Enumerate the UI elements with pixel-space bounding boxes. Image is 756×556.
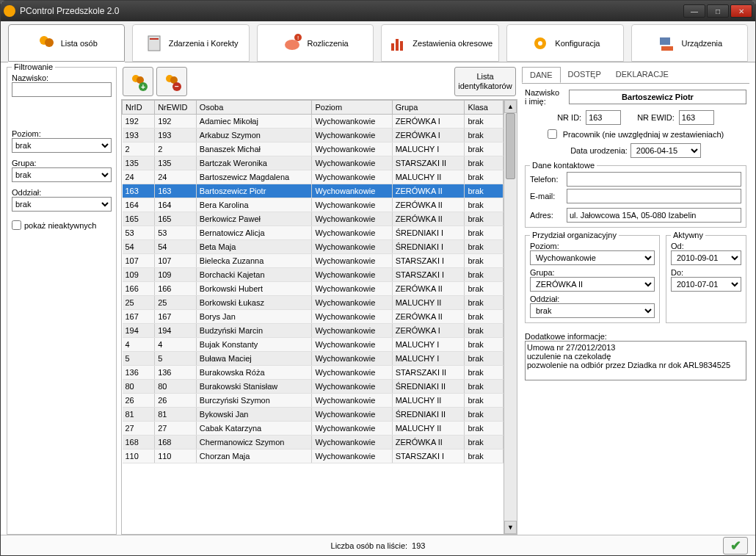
toolbar-piggy[interactable]: !Rozliczenia xyxy=(257,24,374,62)
active-to-select[interactable]: 2010-07-01 xyxy=(671,277,741,292)
toolbar-people[interactable]: Lista osób xyxy=(8,24,125,62)
col-grupa[interactable]: Grupa xyxy=(392,101,465,115)
table-row[interactable]: 2626Burczyński SzymonWychowankowieMALUCH… xyxy=(123,394,504,408)
active-legend: Aktywny xyxy=(671,231,705,239)
table-row[interactable]: 163163Bartoszewicz PiotrWychowankowieZER… xyxy=(123,184,504,198)
table-row[interactable]: 135135Bartczak WeronikaWychowankowieSTAR… xyxy=(123,156,504,170)
lastname-input[interactable] xyxy=(12,82,112,97)
cell-osoba: Bartczak Weronika xyxy=(196,156,312,170)
email-label: E-mail: xyxy=(530,192,564,201)
nrewid-input[interactable] xyxy=(679,110,714,125)
col-osoba[interactable]: Osoba xyxy=(196,101,312,115)
table-row[interactable]: 194194Budzyński MarcinWychowankowieZERÓW… xyxy=(123,324,504,338)
birth-select[interactable]: 2006-04-15 xyxy=(630,143,701,158)
cell-grupa: ZERÓWKA I xyxy=(392,115,465,129)
table-row[interactable]: 8080Burakowski StanisławWychowankowieŚRE… xyxy=(123,380,504,394)
maximize-button[interactable]: □ xyxy=(707,4,729,18)
add-person-button[interactable]: + xyxy=(123,67,153,96)
tab-deklaracje[interactable]: DEKLARACJE xyxy=(608,67,676,83)
col-nrid[interactable]: NrID xyxy=(123,101,155,115)
table-row[interactable]: 44Bujak KonstantyWychowankowieMALUCHY Ib… xyxy=(123,338,504,352)
minimize-button[interactable]: — xyxy=(683,4,705,18)
cell-nrid: 194 xyxy=(123,324,155,338)
table-row[interactable]: 166166Borkowski HubertWychowankowieZERÓW… xyxy=(123,282,504,296)
contact-legend: Dane kontaktowe xyxy=(530,161,597,170)
table-row[interactable]: 165165Berkowicz PawełWychowankowieZERÓWK… xyxy=(123,212,504,226)
phone-input[interactable] xyxy=(567,172,741,187)
table-row[interactable]: 5353Bernatowicz AlicjaWychowankowieŚREDN… xyxy=(123,226,504,240)
cell-nrid: 5 xyxy=(123,352,155,366)
org-level-select[interactable]: Wychowankowie xyxy=(530,250,655,265)
toolbar-chart[interactable]: Zestawienia okresowe xyxy=(381,24,499,62)
ok-button[interactable]: ✔ xyxy=(723,537,748,555)
cell-osoba: Borkowski Łukasz xyxy=(196,296,312,310)
status-count: 193 xyxy=(412,541,425,550)
cell-poziom: Wychowankowie xyxy=(312,268,392,282)
employee-checkbox[interactable] xyxy=(548,129,557,139)
remove-person-button[interactable]: − xyxy=(156,67,187,96)
toolbar-label: Zdarzenia i Korekty xyxy=(169,39,239,48)
table-row[interactable]: 55Buława MaciejWychowankowieMALUCHY Ibra… xyxy=(123,352,504,366)
cell-grupa: ZERÓWKA I xyxy=(392,129,465,142)
scroll-up-icon[interactable]: ▲ xyxy=(504,100,517,113)
cell-osoba: Bernatowicz Alicja xyxy=(196,226,312,240)
scroll-down-icon[interactable]: ▼ xyxy=(504,521,517,534)
table-row[interactable]: 110110Chorzan MajaWychowankowieSTARSZAKI… xyxy=(123,450,504,463)
cell-nrid: 110 xyxy=(123,450,155,463)
cell-poziom: Wychowankowie xyxy=(312,170,392,184)
cell-grupa: MALUCHY I xyxy=(392,338,465,352)
tab-dostęp[interactable]: DOSTĘP xyxy=(561,67,608,83)
toolbar-label: Zestawienia okresowe xyxy=(412,39,493,48)
show-inactive-checkbox[interactable] xyxy=(12,220,21,230)
org-group-select[interactable]: ZERÓWKA II xyxy=(530,277,655,292)
toolbar-events[interactable]: Zdarzenia i Korekty xyxy=(132,24,249,62)
table-row[interactable]: 193193Arkabuz SzymonWychowankowieZERÓWKA… xyxy=(123,129,504,142)
nrid-input[interactable] xyxy=(586,110,621,125)
email-input[interactable] xyxy=(567,189,741,203)
people-table[interactable]: NrIDNrEWIDOsobaPoziomGrupaKlasa 192192Ad… xyxy=(122,100,504,463)
org-branch-select[interactable]: brak xyxy=(530,303,655,318)
table-row[interactable]: 192192Adamiec MikołajWychowankowieZERÓWK… xyxy=(123,115,504,129)
table-row[interactable]: 2424Bartoszewicz MagdalenaWychowankowieM… xyxy=(123,170,504,184)
toolbar-gear[interactable]: Konfiguracja xyxy=(506,24,623,62)
close-button[interactable]: ✕ xyxy=(730,4,752,18)
cell-klasa: brak xyxy=(465,436,504,450)
cell-poziom: Wychowankowie xyxy=(312,226,392,240)
cell-osoba: Burakowski Stanisław xyxy=(196,380,312,394)
table-row[interactable]: 136136Burakowska RóżaWychowankowieSTARSZ… xyxy=(123,366,504,380)
tab-dane[interactable]: DANE xyxy=(522,67,561,83)
col-nrewid[interactable]: NrEWID xyxy=(155,101,197,115)
toolbar-device[interactable]: Urządzenia xyxy=(631,24,748,62)
level-select[interactable]: brak xyxy=(12,138,112,153)
table-row[interactable]: 167167Borys JanWychowankowieZERÓWKA IIbr… xyxy=(123,310,504,324)
filter-panel: Filtrowanie Nazwisko: Poziom: brak Grupa… xyxy=(7,67,117,535)
cell-nrid: 167 xyxy=(123,310,155,324)
col-klasa[interactable]: Klasa xyxy=(465,101,504,115)
table-row[interactable]: 5454Beta MajaWychowankowieŚREDNIAKI Ibra… xyxy=(123,240,504,254)
group-select[interactable]: brak xyxy=(12,167,112,182)
table-row[interactable]: 22Banaszek MichałWychowankowieMALUCHY Ib… xyxy=(123,142,504,156)
table-row[interactable]: 2525Borkowski ŁukaszWychowankowieMALUCHY… xyxy=(123,296,504,310)
addr-input[interactable] xyxy=(567,208,741,223)
table-row[interactable]: 2727Cabak KatarzynaWychowankowieMALUCHY … xyxy=(123,422,504,436)
branch-select[interactable]: brak xyxy=(12,197,112,212)
org-branch-label: Oddział: xyxy=(530,295,655,303)
cell-poziom: Wychowankowie xyxy=(312,212,392,226)
active-group: Aktywny Od: 2010-09-01 Do: 2010-07-01 xyxy=(666,235,746,323)
table-row[interactable]: 168168Chermanowicz SzymonWychowankowieZE… xyxy=(123,436,504,450)
id-list-button[interactable]: Lista identyfikatorów xyxy=(454,67,516,96)
table-row[interactable]: 109109Borchacki KajetanWychowankowieSTAR… xyxy=(123,268,504,282)
table-row[interactable]: 107107Bielecka ZuzannaWychowankowieSTARS… xyxy=(123,254,504,268)
table-row[interactable]: 8181Bykowski JanWychowankowieŚREDNIAKI I… xyxy=(123,408,504,422)
active-from-select[interactable]: 2010-09-01 xyxy=(671,250,741,265)
cell-klasa: brak xyxy=(465,212,504,226)
col-poziom[interactable]: Poziom xyxy=(312,101,392,115)
cell-klasa: brak xyxy=(465,129,504,142)
table-scrollbar[interactable]: ▲ ▼ xyxy=(504,100,517,534)
cell-poziom: Wychowankowie xyxy=(312,366,392,380)
name-input[interactable] xyxy=(569,90,746,104)
cell-poziom: Wychowankowie xyxy=(312,324,392,338)
table-row[interactable]: 164164Bera KarolinaWychowankowieZERÓWKA … xyxy=(123,198,504,212)
scroll-thumb[interactable] xyxy=(506,113,515,179)
addinfo-textarea[interactable] xyxy=(525,341,746,380)
